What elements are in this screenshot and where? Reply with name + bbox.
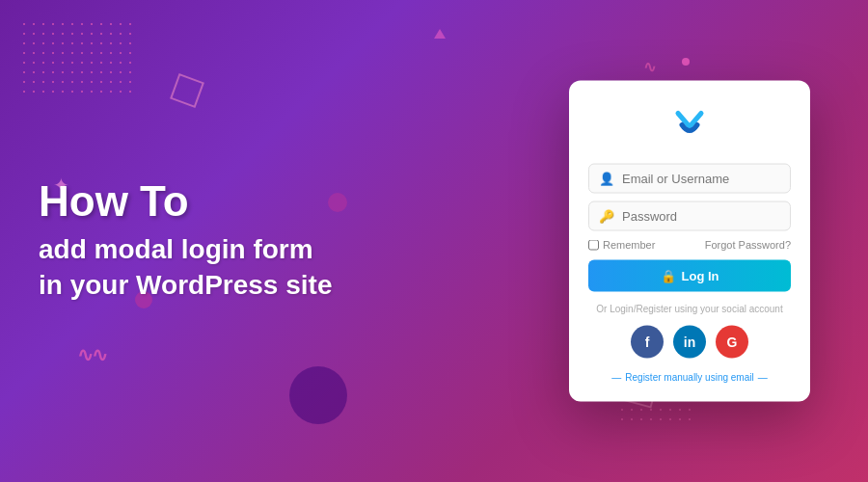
- zigzag-shape-1: ∿∿: [77, 343, 106, 366]
- subtitle-line1: add modal login form: [39, 235, 313, 265]
- dot-grid-top-left: [19, 19, 135, 96]
- cube-shape-1: [170, 73, 204, 108]
- login-lock-icon: 🔒: [661, 269, 676, 283]
- password-input[interactable]: [622, 209, 780, 224]
- howto-title: How To: [39, 178, 444, 225]
- email-input-group: 👤: [588, 164, 791, 194]
- circle-dark-1: [289, 366, 347, 424]
- subtitle-line2: in your WordPress site: [39, 270, 332, 300]
- password-input-group: 🔑: [588, 201, 791, 231]
- remember-checkbox[interactable]: [588, 239, 599, 250]
- zigzag-shape-2: ∿: [643, 58, 656, 76]
- email-input[interactable]: [622, 172, 780, 186]
- login-button[interactable]: 🔒 Log In: [588, 260, 791, 292]
- user-icon: 👤: [599, 172, 614, 186]
- brand-logo-icon: [668, 104, 711, 147]
- facebook-login-button[interactable]: f: [631, 326, 664, 359]
- login-modal: 👤 🔑 Remember Forgot Password? 🔒 Log In O…: [569, 81, 810, 402]
- google-login-button[interactable]: G: [716, 326, 748, 359]
- howto-subtitle: add modal login form in your WordPress s…: [39, 233, 444, 304]
- left-content: How To add modal login form in your Word…: [39, 178, 444, 303]
- forgot-password-link[interactable]: Forgot Password?: [705, 239, 791, 251]
- social-divider-text: Or Login/Register using your social acco…: [588, 304, 791, 314]
- logo-container: [588, 104, 791, 147]
- register-link[interactable]: Register manually using email: [588, 372, 791, 383]
- social-buttons-group: f in G: [588, 326, 791, 359]
- remember-text: Remember: [603, 239, 655, 251]
- pink-dot-1: [682, 58, 690, 66]
- triangle-shape: [434, 29, 446, 39]
- login-button-label: Log In: [682, 269, 719, 283]
- remember-label[interactable]: Remember: [588, 239, 655, 251]
- remember-forgot-row: Remember Forgot Password?: [588, 239, 791, 251]
- linkedin-login-button[interactable]: in: [673, 326, 706, 359]
- key-icon: 🔑: [599, 209, 614, 224]
